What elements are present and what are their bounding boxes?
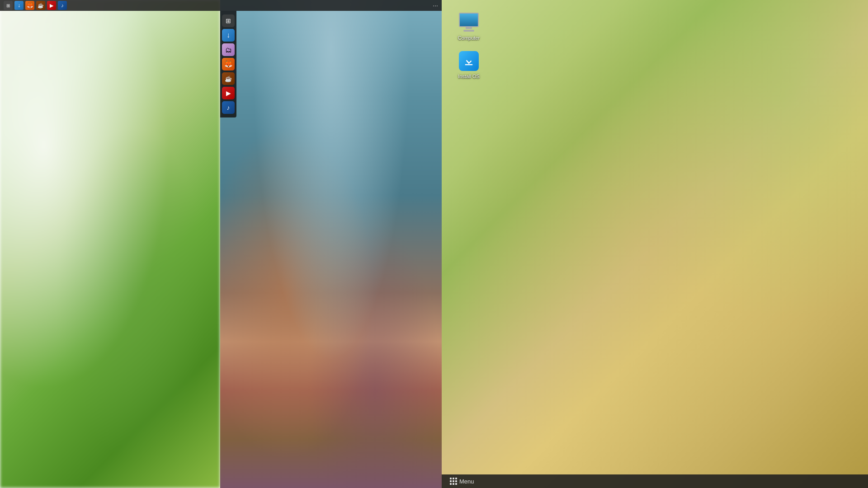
computer-icon-label: Computer: [458, 35, 480, 41]
dock: ⊞ ↓ 🗂 🦊 ☕ ▶ ♪: [220, 11, 236, 117]
monitor-base: [463, 30, 474, 32]
menu-button[interactable]: Menu: [446, 477, 478, 486]
install-arrow-icon: [462, 55, 475, 67]
desktop-icon-install-os[interactable]: Install OS: [451, 47, 487, 82]
grid-dot-7: [450, 483, 452, 485]
taskbar-app-grid[interactable]: ⊞: [4, 1, 13, 10]
desktop-icons-area: Computer Install OS: [442, 0, 868, 488]
grid-dot-6: [455, 480, 457, 482]
grid-dot-1: [450, 478, 452, 479]
taskbar-app-media[interactable]: ▶: [47, 1, 56, 10]
install-os-icon-label: Install OS: [458, 74, 480, 80]
grid-dot-4: [450, 480, 452, 482]
desktop-background-center: [220, 0, 442, 488]
taskbar-app-music[interactable]: ♪: [58, 1, 67, 10]
taskbar-app-cinnamon[interactable]: ☕: [36, 1, 45, 10]
grid-dot-9: [455, 483, 457, 485]
menu-label: Menu: [459, 478, 474, 485]
dock-icon-grid[interactable]: ⊞: [222, 14, 235, 27]
install-os-icon-image: [458, 50, 480, 72]
grid-dot-3: [455, 478, 457, 479]
taskbar-bottom: Menu: [442, 474, 868, 488]
taskbar-app-firefox[interactable]: 🦊: [25, 1, 34, 10]
grid-dot-8: [453, 483, 454, 485]
monitor-screen: [459, 13, 479, 27]
grid-dot-2: [453, 478, 454, 479]
monitor-icon: [459, 13, 479, 33]
dock-icon-download[interactable]: ↓: [222, 29, 235, 42]
taskbar-top: ⊞ ↓ 🦊 ☕ ▶ ♪ ···: [0, 0, 442, 11]
dock-icon-files[interactable]: 🗂: [222, 43, 235, 56]
desktop-icon-computer[interactable]: Computer: [451, 9, 487, 44]
menu-grid-icon: [450, 478, 457, 485]
install-os-icon: [459, 51, 479, 71]
computer-icon-image: [458, 12, 480, 33]
desktop-background-left: [0, 0, 220, 488]
dock-icon-cinnamon[interactable]: ☕: [222, 72, 235, 85]
taskbar-more-button[interactable]: ···: [433, 2, 438, 9]
dock-icon-music[interactable]: ♪: [222, 101, 235, 114]
dock-icon-media[interactable]: ▶: [222, 87, 235, 99]
grid-dot-5: [453, 480, 454, 482]
dock-icon-firefox[interactable]: 🦊: [222, 58, 235, 70]
taskbar-app-download[interactable]: ↓: [14, 1, 24, 10]
